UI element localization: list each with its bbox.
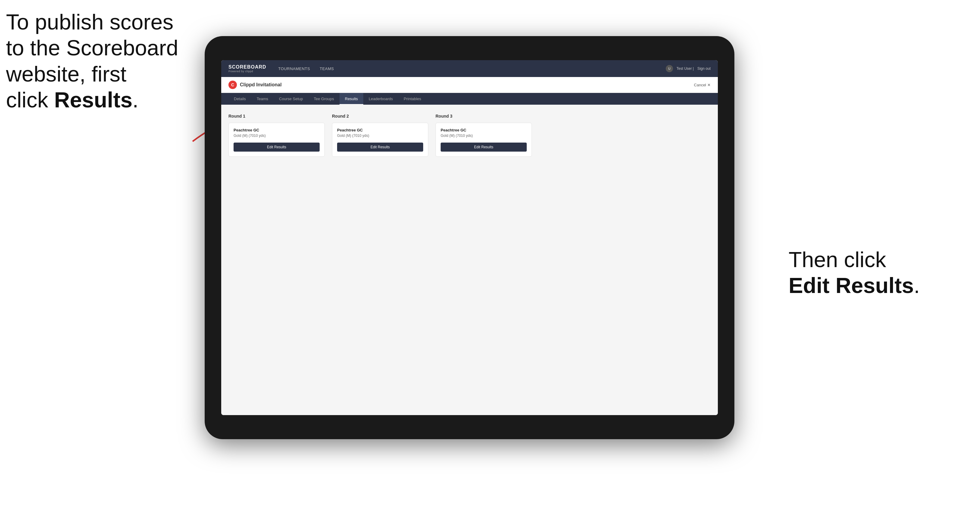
instruction-then-click: Then click bbox=[789, 248, 886, 271]
round-1-column: Round 1 Peachtree GC Gold (M) (7010 yds)… bbox=[228, 114, 325, 157]
nav-right: U Test User | Sign out bbox=[666, 65, 711, 72]
round-3-card: Peachtree GC Gold (M) (7010 yds) Edit Re… bbox=[436, 123, 532, 157]
cancel-label: Cancel bbox=[694, 83, 706, 87]
nav-teams[interactable]: TEAMS bbox=[320, 67, 334, 71]
logo-text: SCOREBOARD bbox=[228, 64, 266, 70]
scoreboard-logo: SCOREBOARD Powered by clippd bbox=[228, 64, 266, 73]
round-2-edit-results-button[interactable]: Edit Results bbox=[337, 143, 423, 152]
sign-out-link[interactable]: Sign out bbox=[697, 67, 711, 71]
round-1-card: Peachtree GC Gold (M) (7010 yds) Edit Re… bbox=[228, 123, 325, 157]
instruction-line4a: click bbox=[6, 88, 54, 112]
sub-navigation: Details Teams Course Setup Tee Groups Re… bbox=[221, 93, 718, 105]
tab-leaderboards[interactable]: Leaderboards bbox=[363, 93, 398, 105]
instruction-period: . bbox=[914, 273, 920, 297]
tablet-screen: SCOREBOARD Powered by clippd TOURNAMENTS… bbox=[221, 60, 718, 415]
round-2-card: Peachtree GC Gold (M) (7010 yds) Edit Re… bbox=[332, 123, 428, 157]
round-3-course-details: Gold (M) (7010 yds) bbox=[441, 133, 527, 138]
tab-teams[interactable]: Teams bbox=[251, 93, 274, 105]
tournament-name-row: C Clippd Invitational bbox=[228, 81, 282, 89]
round-1-course-details: Gold (M) (7010 yds) bbox=[234, 133, 320, 138]
instruction-edit-results-bold: Edit Results bbox=[789, 273, 914, 297]
c-logo: C bbox=[228, 81, 237, 89]
round-3-column: Round 3 Peachtree GC Gold (M) (7010 yds)… bbox=[436, 114, 532, 157]
tab-results[interactable]: Results bbox=[339, 93, 363, 105]
instruction-line3: website, first bbox=[6, 62, 126, 86]
round-1-course-name: Peachtree GC bbox=[234, 128, 320, 132]
round-2-course-name: Peachtree GC bbox=[337, 128, 423, 132]
user-name: Test User | bbox=[677, 67, 694, 71]
round-3-edit-results-button[interactable]: Edit Results bbox=[441, 143, 527, 152]
round-2-heading: Round 2 bbox=[332, 114, 428, 119]
instruction-line4b: . bbox=[132, 88, 138, 112]
instruction-results-bold: Results bbox=[54, 88, 132, 112]
tab-details[interactable]: Details bbox=[228, 93, 251, 105]
instruction-left: To publish scores to the Scoreboard webs… bbox=[6, 9, 178, 113]
close-icon: ✕ bbox=[707, 83, 711, 87]
logo-sub: Powered by clippd bbox=[228, 70, 266, 73]
instruction-line1: To publish scores bbox=[6, 10, 173, 34]
tab-tee-groups[interactable]: Tee Groups bbox=[309, 93, 339, 105]
top-navbar: SCOREBOARD Powered by clippd TOURNAMENTS… bbox=[221, 60, 718, 77]
user-avatar: U bbox=[666, 65, 673, 72]
nav-links: TOURNAMENTS TEAMS bbox=[278, 67, 666, 71]
round-1-heading: Round 1 bbox=[228, 114, 325, 119]
round-2-course-details: Gold (M) (7010 yds) bbox=[337, 133, 423, 138]
instruction-line2: to the Scoreboard bbox=[6, 36, 178, 60]
tab-printables[interactable]: Printables bbox=[398, 93, 426, 105]
round-1-edit-results-button[interactable]: Edit Results bbox=[234, 143, 320, 152]
tab-course-setup[interactable]: Course Setup bbox=[274, 93, 309, 105]
cancel-button[interactable]: Cancel ✕ bbox=[694, 83, 711, 87]
round-3-heading: Round 3 bbox=[436, 114, 532, 119]
tournament-title: Clippd Invitational bbox=[240, 82, 282, 87]
rounds-grid: Round 1 Peachtree GC Gold (M) (7010 yds)… bbox=[228, 114, 711, 157]
tournament-header: C Clippd Invitational Cancel ✕ bbox=[221, 77, 718, 93]
main-content: Round 1 Peachtree GC Gold (M) (7010 yds)… bbox=[221, 105, 718, 415]
tablet-shell: SCOREBOARD Powered by clippd TOURNAMENTS… bbox=[205, 36, 734, 439]
round-2-column: Round 2 Peachtree GC Gold (M) (7010 yds)… bbox=[332, 114, 428, 157]
round-3-course-name: Peachtree GC bbox=[441, 128, 527, 132]
instruction-right: Then click Edit Results. bbox=[789, 247, 920, 299]
nav-tournaments[interactable]: TOURNAMENTS bbox=[278, 67, 310, 71]
